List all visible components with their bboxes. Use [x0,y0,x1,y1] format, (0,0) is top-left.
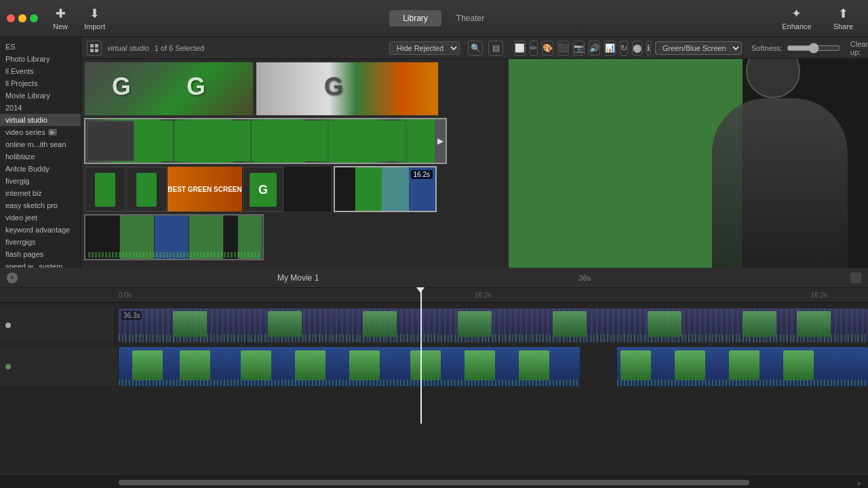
secondary-track-body[interactable] [119,347,868,386]
top-toolbar: ✚ New ⬇ Import Library Theater ✦ Enhance… [0,0,868,37]
secondary-track-dot [5,364,11,369]
softness-label: Softness: [751,44,783,52]
playhead-triangle [416,287,425,293]
paint-tool-button[interactable]: ✏ [530,41,538,56]
theater-tab[interactable]: Theater [443,10,498,26]
g-logo-row3: G [258,183,268,197]
softness-slider[interactable] [787,43,841,54]
sidebar-item-easy-sketch[interactable]: easy sketch pro [0,199,81,211]
sidebar-item-all-events[interactable]: ll Events [0,65,81,77]
scroll-right-btn[interactable]: ▶ [435,119,446,163]
library-tab[interactable]: Library [389,10,441,26]
sidebar-item-es[interactable]: ES [0,41,81,53]
timeline-ruler: 0.0s 16.2s 16.2s [0,288,868,303]
media-thumb-2[interactable]: G [256,62,439,116]
best-green-screen-label: BEST GREEN SCREEN [167,186,241,193]
ruler-mid: 16.2s [475,291,491,299]
media-thumb-row4[interactable] [84,214,264,260]
sidebar-item-fiverrgigs[interactable]: fiverrgigs [0,236,81,248]
row3-clips: BEST GREEN SCREEN G [85,167,331,211]
svg-rect-3 [95,49,98,52]
new-button[interactable]: ✚ New [53,6,68,30]
sidebar-item-keyword-advantage[interactable]: keyword advantage [0,224,81,236]
track-gap [580,347,617,386]
sidebar-item-2014[interactable]: 2014 [0,102,81,114]
sec-green-2 [180,350,210,380]
search-icon-button[interactable]: 🔍 [468,41,483,56]
timestamp-badge: 16.2s [411,170,433,179]
media-row-1: G G G [84,62,506,116]
main-track-left-panel [0,308,115,342]
sidebar-item-all-projects[interactable]: ll Projects [0,77,81,89]
ruler-end: 16.2s [811,291,827,299]
sidebar-item-video-jeet[interactable]: video jeet [0,211,81,224]
grid-icon [90,43,99,53]
color-tool-button[interactable]: 🎨 [542,41,553,56]
import-icon: ⬇ [90,6,100,21]
person-silhouette [712,98,848,268]
media-thumb-row3-left[interactable]: BEST GREEN SCREEN G [84,166,332,212]
media-thumb-strip[interactable]: ▶ [84,118,447,164]
sec-green-9 [620,350,651,380]
media-thumb-1[interactable]: G G [84,62,254,116]
media-browser: virtual studio 1 of 6 Selected Hide Reje… [81,37,509,268]
transform-tool-button[interactable]: ⬛ [557,41,569,56]
maximize-traffic-light[interactable] [30,14,38,22]
timeline-fullscreen-button[interactable] [850,272,861,283]
sec-track-wave [119,380,868,386]
sec-green-3 [241,350,271,380]
filter-select[interactable]: Hide Rejected [389,41,460,55]
timeline-playhead[interactable] [420,288,422,424]
media-browser-bar: virtual studio 1 of 6 Selected Hide Reje… [81,37,509,59]
timeline-close-button[interactable]: × [7,272,18,283]
scroll-left-handle[interactable]: ◂ [119,479,122,487]
track-indicator-dot [5,323,11,328]
scrollbar-thumb[interactable] [119,480,749,485]
enhance-icon: ✦ [791,6,802,21]
cleanup-label: Clean-up: [850,40,868,56]
scroll-right-handle[interactable]: ▸ [858,479,861,487]
sec-green-7 [465,350,495,380]
sidebar-item-article-buddy[interactable]: Aritcle Buddy [0,163,81,175]
dot-tool-button[interactable]: ⬤ [632,41,642,56]
sidebar-item-movie-library[interactable]: Movie Library [0,89,81,102]
close-traffic-light[interactable] [7,14,15,22]
g-logo-2: G [186,73,205,101]
sidebar-item-virtual-studio[interactable]: virtual studio [0,114,81,126]
chart-tool-button[interactable]: 📊 [604,41,616,56]
import-button[interactable]: ⬇ Import [84,6,105,30]
main-clip-duration-label: 36.3s [121,311,142,320]
sec-green-8 [519,350,549,380]
sidebar-item-photo-library[interactable]: Photo Library [0,53,81,65]
video-series-badge: ▶ [48,129,57,136]
keying-mode-select[interactable]: Green/Blue Screen [655,41,742,55]
sidebar-item-internet-biz[interactable]: internet biz [0,187,81,199]
main-track-body[interactable]: 36.3s [119,308,868,342]
share-button[interactable]: ⬆ Share [833,6,853,30]
rotate-tool-button[interactable]: ↻ [620,41,628,56]
green-clip-4 [458,311,492,337]
enhance-button[interactable]: ✦ Enhance [782,6,811,30]
grid-view-toggle[interactable] [87,41,102,56]
secondary-track-left-panel [0,347,119,386]
sidebar-item-video-series[interactable]: video series ▶ [0,126,81,138]
media-thumb-row3-right[interactable]: 16.2s [334,166,437,212]
filmstrip-button[interactable]: ▤ [488,41,503,56]
sidebar-item-holiblaze[interactable]: holiblaze [0,150,81,163]
green-clip-3 [363,311,397,337]
movie-duration: 36s [578,274,591,282]
sidebar-item-fivergig[interactable]: fivergig [0,175,81,187]
sidebar-item-flash-pages[interactable]: flash pages [0,248,81,260]
minimize-traffic-light[interactable] [18,14,26,22]
preview-toolbar: ⬜ ✏ 🎨 ⬛ 📷 🔊 📊 ↻ ⬤ ℹ Green/Blue Screen So… [509,37,868,59]
media-row-3: BEST GREEN SCREEN G 16.2s [84,166,506,212]
timeline-scrollbar[interactable]: ◂ ▸ [0,476,868,488]
info-tool-button[interactable]: ℹ [646,41,651,56]
crop-tool-button[interactable]: ⬜ [514,41,526,56]
library-name: virtual studio [107,44,149,52]
camera-tool-button[interactable]: 📷 [573,41,585,56]
green-clip-1 [173,311,207,337]
green-clip-6 [648,311,682,337]
sidebar-item-online-sean[interactable]: online m...ith sean [0,138,81,150]
audio-tool-button[interactable]: 🔊 [589,41,600,56]
